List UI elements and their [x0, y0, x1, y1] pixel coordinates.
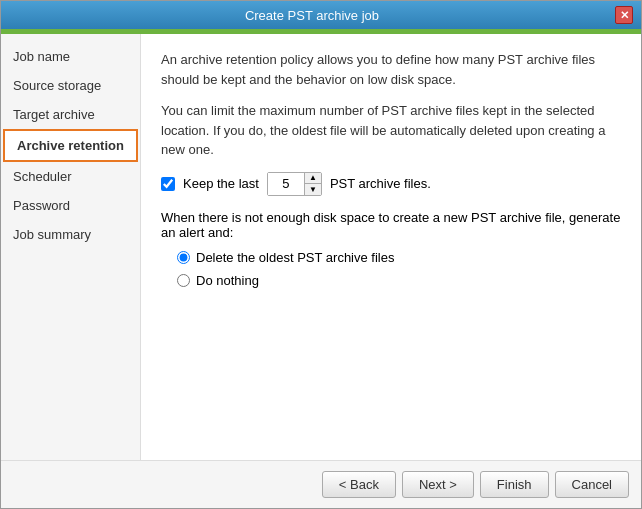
sidebar-item-job-name[interactable]: Job name [1, 42, 140, 71]
description-1: An archive retention policy allows you t… [161, 50, 621, 89]
radio-delete-oldest-label[interactable]: Delete the oldest PST archive files [196, 250, 394, 265]
close-button[interactable]: ✕ [615, 6, 633, 24]
radio-delete-oldest[interactable] [177, 251, 190, 264]
footer: < Back Next > Finish Cancel [1, 460, 641, 508]
keep-last-suffix: PST archive files. [330, 176, 431, 191]
alert-section: When there is not enough disk space to c… [161, 210, 621, 288]
sidebar-item-archive-retention[interactable]: Archive retention [3, 129, 138, 162]
radio-do-nothing[interactable] [177, 274, 190, 287]
sidebar-item-job-summary[interactable]: Job summary [1, 220, 140, 249]
back-button[interactable]: < Back [322, 471, 396, 498]
content-area: Job nameSource storageTarget archiveArch… [1, 34, 641, 460]
next-button[interactable]: Next > [402, 471, 474, 498]
spinner-down[interactable]: ▼ [305, 184, 321, 195]
cancel-button[interactable]: Cancel [555, 471, 629, 498]
radio-item-delete: Delete the oldest PST archive files [177, 250, 621, 265]
alert-label: When there is not enough disk space to c… [161, 210, 621, 240]
radio-group: Delete the oldest PST archive files Do n… [161, 250, 621, 288]
sidebar-item-source-storage[interactable]: Source storage [1, 71, 140, 100]
sidebar-item-password[interactable]: Password [1, 191, 140, 220]
keep-last-label: Keep the last [183, 176, 259, 191]
main-panel: An archive retention policy allows you t… [141, 34, 641, 460]
window-title: Create PST archive job [9, 8, 615, 23]
main-window: Create PST archive job ✕ Job nameSource … [0, 0, 642, 509]
spinner-up[interactable]: ▲ [305, 173, 321, 184]
title-bar: Create PST archive job ✕ [1, 1, 641, 29]
spinner-arrows: ▲ ▼ [304, 173, 321, 195]
finish-button[interactable]: Finish [480, 471, 549, 498]
keep-last-spinner: ▲ ▼ [267, 172, 322, 196]
sidebar-item-target-archive[interactable]: Target archive [1, 100, 140, 129]
sidebar: Job nameSource storageTarget archiveArch… [1, 34, 141, 460]
keep-last-checkbox[interactable] [161, 177, 175, 191]
keep-last-row: Keep the last ▲ ▼ PST archive files. [161, 172, 621, 196]
sidebar-item-scheduler[interactable]: Scheduler [1, 162, 140, 191]
description-2: You can limit the maximum number of PST … [161, 101, 621, 160]
keep-last-input[interactable] [268, 173, 304, 195]
radio-item-nothing: Do nothing [177, 273, 621, 288]
radio-do-nothing-label[interactable]: Do nothing [196, 273, 259, 288]
